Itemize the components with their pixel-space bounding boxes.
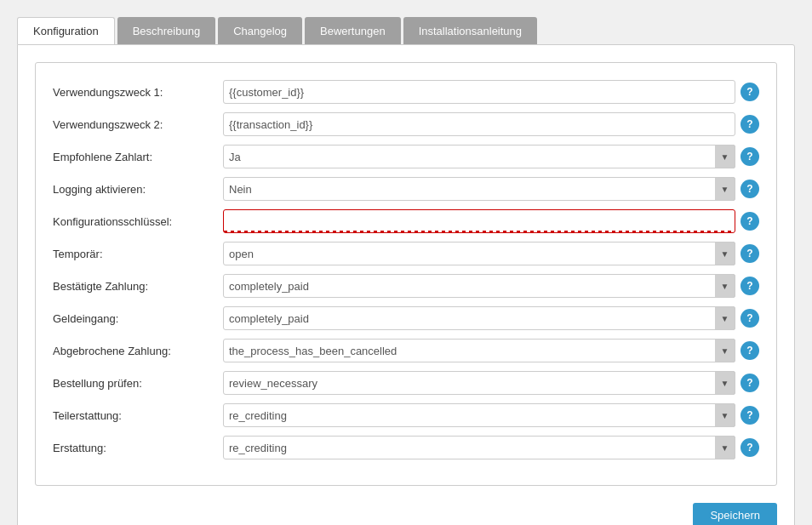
label-temporaer: Temporär:: [53, 248, 223, 260]
form-row-konfigurationsschluessel: Konfigurationsschlüssel:?: [53, 209, 759, 233]
help-button-erstattung[interactable]: ?: [741, 438, 759, 457]
select-abgebrochene_zahlung[interactable]: the_process_has_been_cancelledopencomple…: [223, 339, 735, 362]
main-panel: Verwendungszweck 1:?Verwendungszweck 2:?…: [17, 44, 795, 525]
control-wrap-konfigurationsschluessel: ?: [223, 209, 759, 233]
form-row-verwendungszweck1: Verwendungszweck 1:?: [53, 80, 759, 104]
control-wrap-verwendungszweck1: ?: [223, 80, 759, 104]
form-row-abgebrochene_zahlung: Abgebrochene Zahlung:the_process_has_bee…: [53, 339, 759, 362]
label-konfigurationsschluessel: Konfigurationsschlüssel:: [53, 215, 223, 228]
select-wrap-temporaer: openclosed▼: [223, 242, 735, 265]
help-button-bestellung_pruefen[interactable]: ?: [741, 374, 759, 392]
tab-bewertungen[interactable]: Bewertungen: [305, 17, 401, 44]
help-button-geldeingang[interactable]: ?: [741, 309, 759, 328]
label-abgebrochene_zahlung: Abgebrochene Zahlung:: [53, 345, 223, 357]
form-row-empfohlene_zahlart: Empfohlene Zahlart:JaNein▼?: [53, 145, 759, 168]
control-wrap-abgebrochene_zahlung: the_process_has_been_cancelledopencomple…: [223, 339, 759, 362]
tab-bar: KonfigurationBeschreibungChangelogBewert…: [17, 17, 795, 44]
input-konfigurationsschluessel[interactable]: [223, 209, 735, 233]
label-bestellung_pruefen: Bestellung prüfen:: [53, 377, 223, 390]
form-row-temporaer: Temporär:openclosed▼?: [53, 242, 759, 265]
page-wrapper: KonfigurationBeschreibungChangelogBewert…: [0, 0, 812, 525]
help-button-temporaer[interactable]: ?: [741, 244, 759, 263]
label-teilerstattung: Teilerstattung:: [53, 409, 223, 422]
label-logging_aktivieren: Logging aktivieren:: [53, 183, 223, 196]
select-empfohlene_zahlart[interactable]: JaNein: [223, 145, 735, 168]
select-wrap-bestellung_pruefen: review_necessaryopencompletely_paid▼: [223, 371, 735, 395]
select-bestaetigte_zahlung[interactable]: completely_paidopenre_crediting: [223, 274, 735, 298]
tab-konfiguration[interactable]: Konfiguration: [17, 17, 115, 44]
help-button-teilerstattung[interactable]: ?: [741, 406, 759, 425]
help-button-bestaetigte_zahlung[interactable]: ?: [741, 277, 759, 295]
control-wrap-geldeingang: completely_paidopenre_crediting▼?: [223, 306, 759, 330]
select-wrap-teilerstattung: re_creditingopencompletely_paid▼: [223, 403, 735, 427]
form-row-erstattung: Erstattung:re_creditingopencompletely_pa…: [53, 436, 759, 459]
control-wrap-erstattung: re_creditingopencompletely_paid▼?: [223, 436, 759, 459]
control-wrap-teilerstattung: re_creditingopencompletely_paid▼?: [223, 403, 759, 427]
control-wrap-bestellung_pruefen: review_necessaryopencompletely_paid▼?: [223, 371, 759, 395]
select-wrap-abgebrochene_zahlung: the_process_has_been_cancelledopencomple…: [223, 339, 735, 362]
select-wrap-geldeingang: completely_paidopenre_crediting▼: [223, 306, 735, 330]
form-row-bestaetigte_zahlung: Bestätigte Zahlung:completely_paidopenre…: [53, 274, 759, 298]
help-button-konfigurationsschluessel[interactable]: ?: [741, 212, 759, 231]
input-verwendungszweck2[interactable]: [223, 112, 735, 136]
select-wrap-bestaetigte_zahlung: completely_paidopenre_crediting▼: [223, 274, 735, 298]
help-button-verwendungszweck2[interactable]: ?: [741, 115, 759, 134]
form-container: Verwendungszweck 1:?Verwendungszweck 2:?…: [35, 62, 777, 486]
form-row-geldeingang: Geldeingang:completely_paidopenre_credit…: [53, 306, 759, 330]
label-verwendungszweck2: Verwendungszweck 2:: [53, 118, 223, 131]
select-wrap-empfohlene_zahlart: JaNein▼: [223, 145, 735, 168]
form-row-verwendungszweck2: Verwendungszweck 2:?: [53, 112, 759, 136]
select-wrap-erstattung: re_creditingopencompletely_paid▼: [223, 436, 735, 459]
label-verwendungszweck1: Verwendungszweck 1:: [53, 86, 223, 99]
tab-installationsanleitung[interactable]: Installationsanleitung: [403, 17, 537, 44]
tab-changelog[interactable]: Changelog: [218, 17, 302, 44]
select-teilerstattung[interactable]: re_creditingopencompletely_paid: [223, 403, 735, 427]
control-wrap-bestaetigte_zahlung: completely_paidopenre_crediting▼?: [223, 274, 759, 298]
select-wrap-logging_aktivieren: JaNein▼: [223, 177, 735, 201]
help-button-abgebrochene_zahlung[interactable]: ?: [741, 341, 759, 360]
control-wrap-empfohlene_zahlart: JaNein▼?: [223, 145, 759, 168]
control-wrap-temporaer: openclosed▼?: [223, 242, 759, 265]
select-geldeingang[interactable]: completely_paidopenre_crediting: [223, 306, 735, 330]
form-row-logging_aktivieren: Logging aktivieren:JaNein▼?: [53, 177, 759, 201]
form-row-teilerstattung: Teilerstattung:re_creditingopencompletel…: [53, 403, 759, 427]
help-button-verwendungszweck1[interactable]: ?: [741, 83, 759, 101]
control-wrap-verwendungszweck2: ?: [223, 112, 759, 136]
input-verwendungszweck1[interactable]: [223, 80, 735, 104]
select-erstattung[interactable]: re_creditingopencompletely_paid: [223, 436, 735, 459]
label-erstattung: Erstattung:: [53, 442, 223, 454]
form-row-bestellung_pruefen: Bestellung prüfen:review_necessaryopenco…: [53, 371, 759, 395]
label-geldeingang: Geldeingang:: [53, 312, 223, 325]
control-wrap-logging_aktivieren: JaNein▼?: [223, 177, 759, 201]
select-temporaer[interactable]: openclosed: [223, 242, 735, 265]
help-button-logging_aktivieren[interactable]: ?: [741, 180, 759, 198]
label-bestaetigte_zahlung: Bestätigte Zahlung:: [53, 280, 223, 293]
help-button-empfohlene_zahlart[interactable]: ?: [741, 147, 759, 166]
select-bestellung_pruefen[interactable]: review_necessaryopencompletely_paid: [223, 371, 735, 395]
footer-row: Speichern: [35, 503, 777, 525]
select-logging_aktivieren[interactable]: JaNein: [223, 177, 735, 201]
label-empfohlene_zahlart: Empfohlene Zahlart:: [53, 151, 223, 163]
save-button[interactable]: Speichern: [693, 503, 777, 525]
tab-beschreibung[interactable]: Beschreibung: [117, 17, 216, 44]
